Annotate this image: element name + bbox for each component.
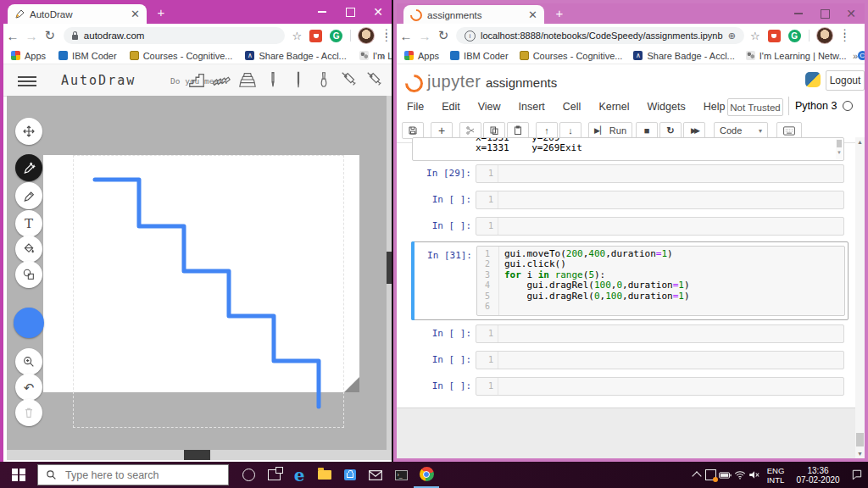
code-cell-empty[interactable]: 1 — [476, 351, 844, 369]
menu-insert[interactable]: Insert — [519, 101, 545, 113]
titlebar-left[interactable]: AutoDraw ✕ + ✕ — [3, 0, 392, 24]
file-explorer-button[interactable] — [312, 462, 337, 488]
chrome-button[interactable] — [414, 462, 439, 488]
code-lines[interactable]: gui.moveTo(200,400,duration=1)gui.click(… — [504, 249, 843, 312]
tab-autodraw[interactable]: AutoDraw ✕ — [8, 4, 147, 24]
zoom-indicator-icon[interactable]: ⊕ — [728, 30, 736, 42]
canvas-vscroll-thumb[interactable] — [387, 252, 392, 284]
code-cell-empty[interactable]: 1 — [476, 324, 844, 343]
page-scrollbar-track[interactable]: ▲ ▼ — [855, 137, 865, 458]
tray-battery[interactable] — [718, 462, 732, 488]
info-icon[interactable]: i — [465, 30, 476, 42]
restart-kernel-button[interactable]: ↻ — [659, 122, 682, 139]
code-cell-empty[interactable]: 1 — [476, 191, 844, 209]
page-scrollbar-thumb[interactable] — [856, 433, 864, 446]
jupyter-logo-icon[interactable] — [402, 71, 427, 97]
code-cell-empty[interactable]: 1 — [476, 377, 844, 396]
output-scroll-box[interactable]: x=1331 y=269 x=1331 y=269Exit ▼ — [412, 137, 844, 161]
cortana-button[interactable] — [236, 462, 261, 488]
undo-button[interactable]: ↶ — [15, 374, 42, 401]
suggestion-stairs-corner-icon[interactable] — [186, 69, 207, 90]
selected-cell[interactable]: In [31]: 123456 gui.moveTo(200,400,durat… — [411, 241, 849, 320]
tool-zoom-button[interactable] — [15, 348, 42, 375]
tool-text-button[interactable]: T — [15, 210, 42, 237]
bookmark-share-badge[interactable]: ∧Share Badge - Accl... — [633, 51, 734, 61]
bookmark-courses[interactable]: Courses - Cognitive... — [130, 51, 233, 61]
jupyter-brand[interactable]: jupyter — [427, 72, 481, 92]
minimize-button[interactable] — [785, 3, 812, 24]
suggestion-syringe-icon[interactable] — [339, 69, 359, 90]
search-input[interactable] — [64, 469, 211, 482]
suggestion-pen-icon[interactable] — [263, 69, 283, 90]
canvas-hscroll-track[interactable] — [7, 450, 392, 460]
chrome-menu-icon[interactable]: ⋮⋮ — [840, 31, 850, 40]
menu-cell[interactable]: Cell — [563, 101, 581, 113]
edge-button[interactable]: e — [287, 462, 312, 488]
bookmark-star-icon[interactable]: ☆ — [750, 30, 760, 42]
tray-language[interactable]: ENG INTL — [761, 466, 790, 485]
command-palette-button[interactable] — [776, 122, 802, 139]
tray-clock[interactable]: 13:36 07-02-2020 — [790, 466, 846, 485]
extension-adblock-icon[interactable] — [309, 30, 322, 42]
notebook-title[interactable]: assignments — [486, 75, 557, 90]
minimize-button[interactable] — [309, 0, 336, 24]
paste-button[interactable] — [507, 122, 529, 139]
mail-button[interactable] — [363, 462, 388, 488]
bookmark-ibm-coder[interactable]: IBM Coder — [450, 51, 509, 61]
tab-close-icon[interactable]: ✕ — [528, 9, 537, 20]
extension-adblock-icon[interactable] — [768, 30, 781, 42]
drawing-canvas[interactable]: T ↶ — [7, 96, 392, 450]
tool-autodraw-button[interactable] — [15, 154, 42, 181]
suggestion-syringe-2-icon[interactable] — [364, 69, 385, 90]
color-swatch-button[interactable] — [14, 308, 44, 338]
stop-button[interactable]: ■ — [636, 122, 658, 139]
back-button[interactable]: ← — [3, 29, 22, 43]
menu-edit[interactable]: Edit — [442, 101, 460, 113]
bookmark-apps[interactable]: Apps — [11, 51, 46, 61]
close-button[interactable]: ✕ — [837, 3, 865, 24]
extension-grammarly-icon[interactable]: G — [788, 30, 801, 42]
bookmarks-overflow[interactable]: » — [380, 51, 385, 61]
start-button[interactable] — [0, 462, 37, 488]
close-button[interactable]: ✕ — [364, 0, 392, 24]
tool-draw-button[interactable] — [15, 182, 42, 209]
profile-avatar[interactable] — [816, 27, 833, 44]
bookmark-apps[interactable]: Apps — [404, 51, 439, 61]
bookmark-a4[interactable]: CA4 - Web Designin... — [858, 51, 868, 61]
code-cell-empty[interactable]: 1 — [476, 217, 844, 236]
tray-network[interactable] — [732, 462, 747, 488]
code-cell-empty[interactable]: 1 — [476, 164, 844, 183]
action-center-button[interactable] — [846, 462, 868, 488]
move-cell-up-button[interactable]: ↑ — [536, 122, 558, 139]
tray-app-icon[interactable] — [704, 462, 718, 488]
run-button[interactable]: ▶▏Run — [588, 122, 632, 139]
ms-store-button[interactable] — [337, 462, 363, 488]
tool-select-button[interactable] — [15, 118, 42, 145]
maximize-button[interactable] — [811, 3, 838, 24]
menu-hamburger-icon[interactable] — [18, 74, 36, 89]
suggestion-stairs-stack-icon[interactable] — [237, 69, 258, 90]
menu-view[interactable]: View — [478, 101, 501, 113]
tab-assignments[interactable]: assignments ✕ — [403, 5, 544, 25]
copy-button[interactable] — [483, 122, 505, 139]
maximize-button[interactable] — [337, 0, 364, 24]
back-button[interactable]: ← — [397, 29, 415, 43]
bookmark-ibm-coder[interactable]: IBM Coder — [58, 51, 117, 61]
bookmarks-overflow[interactable]: » — [853, 51, 858, 61]
tool-shapes-button[interactable] — [15, 261, 42, 288]
menu-kernel[interactable]: Kernel — [598, 101, 629, 113]
suggestion-syringe-3-icon[interactable] — [390, 69, 392, 90]
tray-chevron-button[interactable] — [689, 462, 704, 488]
menu-file[interactable]: File — [407, 101, 424, 113]
forward-button[interactable]: → — [22, 29, 41, 43]
save-button[interactable] — [402, 122, 424, 139]
move-cell-down-button[interactable]: ↓ — [559, 122, 581, 139]
reload-button[interactable]: ↻ — [434, 28, 453, 43]
suggestion-pen-slim-icon[interactable] — [288, 69, 309, 90]
terminal-button[interactable]: ›_ — [388, 462, 414, 488]
bookmark-share-badge[interactable]: ∧Share Badge - Accl... — [245, 51, 346, 61]
tray-volume[interactable] — [747, 462, 761, 488]
new-tab-button[interactable]: + — [553, 7, 566, 20]
chrome-menu-icon[interactable]: ⋮⋮ — [381, 31, 392, 40]
canvas-vscroll-track[interactable] — [387, 96, 392, 450]
